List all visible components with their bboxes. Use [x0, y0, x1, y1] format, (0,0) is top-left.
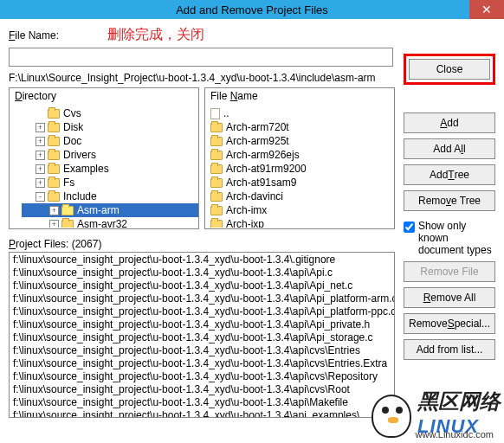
- folder-icon: [48, 164, 60, 174]
- tree-item-asm-arm[interactable]: +Asm-arm: [22, 203, 198, 217]
- folder-icon: [210, 123, 223, 132]
- tree-item-drivers[interactable]: +Drivers: [22, 148, 198, 162]
- tree-item-asm-avr32[interactable]: +Asm-avr32: [22, 217, 198, 228]
- folder-icon: [210, 220, 223, 228]
- file-name-label: File File Name:Name:: [9, 29, 59, 42]
- project-file-row[interactable]: f:\linux\source_insight_project\u-boot-1…: [13, 305, 391, 318]
- file-item[interactable]: Arch-at91rm9200: [209, 162, 391, 176]
- add-button[interactable]: Add: [404, 112, 495, 133]
- file-item[interactable]: Arch-arm720t: [209, 120, 391, 134]
- watermark-url: www.Linuxidc.com: [416, 429, 494, 440]
- tree-item-disk[interactable]: +Disk: [22, 120, 198, 134]
- tree-label: Cvs: [63, 107, 81, 119]
- add-from-list-button[interactable]: Add from list...: [404, 339, 495, 360]
- window-title: Add and Remove Project Files: [176, 3, 328, 16]
- expander-icon[interactable]: +: [36, 164, 45, 174]
- tree-item-examples[interactable]: +Examples: [22, 162, 198, 176]
- file-name-input[interactable]: [9, 48, 393, 67]
- expander-icon[interactable]: -: [36, 192, 45, 202]
- project-file-row[interactable]: f:\linux\source_insight_project\u-boot-1…: [13, 292, 391, 305]
- annotation-text: 删除完成，关闭: [107, 26, 204, 44]
- show-only-known-label: Show only known document types: [418, 220, 495, 256]
- project-file-row[interactable]: f:\linux\source_insight_project\u-boot-1…: [13, 409, 391, 418]
- tree-label: Disk: [63, 121, 83, 133]
- folder-icon: [48, 109, 60, 119]
- project-file-row[interactable]: f:\linux\source_insight_project\u-boot-1…: [13, 396, 391, 409]
- project-file-row[interactable]: f:\linux\source_insight_project\u-boot-1…: [13, 370, 391, 383]
- expander-icon[interactable]: +: [36, 178, 45, 188]
- window-close-button[interactable]: ✕: [469, 0, 504, 19]
- folder-icon: [48, 192, 60, 202]
- show-only-known-checkbox[interactable]: [404, 222, 415, 233]
- tree-label: Doc: [63, 135, 81, 147]
- project-file-row[interactable]: f:\linux\source_insight_project\u-boot-1…: [13, 357, 391, 370]
- project-file-row[interactable]: f:\linux\source_insight_project\u-boot-1…: [13, 383, 391, 396]
- expander-icon[interactable]: +: [36, 123, 45, 132]
- folder-icon: [210, 178, 223, 188]
- file-item[interactable]: Arch-arm925t: [209, 134, 391, 148]
- file-label: Arch-imx: [226, 204, 267, 216]
- folder-icon: [48, 178, 60, 188]
- file-label: Arch-arm926ejs: [226, 149, 300, 161]
- file-label: Arch-at91sam9: [226, 177, 296, 189]
- file-item[interactable]: Arch-arm926ejs: [209, 148, 391, 162]
- remove-special-button[interactable]: Remove Special...: [404, 313, 495, 334]
- project-file-row[interactable]: f:\linux\source_insight_project\u-boot-1…: [13, 318, 391, 331]
- show-only-known-row[interactable]: Show only known document types: [404, 220, 495, 256]
- file-item[interactable]: Arch-davinci: [209, 189, 391, 203]
- remove-all-button[interactable]: Remove All: [404, 287, 495, 308]
- remove-file-button[interactable]: Remove File: [404, 261, 495, 282]
- project-files-list[interactable]: f:\linux\source_insight_project\u-boot-1…: [9, 252, 395, 418]
- directory-tree[interactable]: Cvs+Disk+Doc+Drivers+Examples+Fs-Include…: [10, 105, 198, 228]
- titlebar: Add and Remove Project Files ✕: [0, 0, 504, 19]
- directory-panel: Directory Cvs+Disk+Doc+Drivers+Examples+…: [9, 87, 199, 229]
- folder-icon: [210, 206, 223, 215]
- folder-icon: [48, 137, 60, 146]
- add-tree-button[interactable]: Add Tree: [404, 164, 495, 185]
- expander-icon[interactable]: +: [49, 206, 59, 215]
- file-label: Arch-arm720t: [226, 121, 289, 133]
- tree-item-include[interactable]: -Include: [22, 189, 198, 203]
- project-file-row[interactable]: f:\linux\source_insight_project\u-boot-1…: [13, 331, 391, 344]
- file-item[interactable]: ..: [209, 106, 391, 120]
- file-item[interactable]: Arch-at91sam9: [209, 176, 391, 189]
- expander-icon[interactable]: [36, 109, 45, 119]
- project-file-row[interactable]: f:\linux\source_insight_project\u-boot-1…: [13, 344, 391, 357]
- expander-icon[interactable]: +: [36, 151, 45, 160]
- tree-item-fs[interactable]: +Fs: [22, 176, 198, 189]
- folder-icon: [48, 151, 60, 160]
- tree-item-doc[interactable]: +Doc: [22, 134, 198, 148]
- remove-tree-button[interactable]: Remove Tree: [404, 190, 495, 211]
- add-all-button[interactable]: Add All: [404, 138, 495, 159]
- folder-icon: [61, 220, 74, 228]
- folder-icon: [210, 164, 223, 174]
- tree-label: Fs: [63, 177, 74, 189]
- tree-item-cvs[interactable]: Cvs: [22, 106, 198, 120]
- folder-icon: [210, 137, 223, 146]
- tree-label: Asm-arm: [77, 204, 120, 216]
- file-label: Arch-ixp: [226, 218, 264, 228]
- project-file-row[interactable]: f:\linux\source_insight_project\u-boot-1…: [13, 266, 391, 279]
- file-item[interactable]: Arch-imx: [209, 203, 391, 217]
- up-icon: [210, 108, 220, 119]
- project-file-row[interactable]: f:\linux\source_insight_project\u-boot-1…: [13, 254, 391, 266]
- tree-label: Include: [63, 190, 97, 202]
- expander-icon[interactable]: +: [49, 220, 59, 228]
- file-label: Arch-arm925t: [226, 135, 289, 147]
- expander-icon[interactable]: +: [36, 137, 45, 146]
- filename-header: File Name: [205, 88, 394, 105]
- file-label: Arch-at91rm9200: [226, 163, 307, 175]
- folder-icon: [210, 192, 223, 202]
- file-label: ..: [223, 107, 229, 119]
- project-file-row[interactable]: f:\linux\source_insight_project\u-boot-1…: [13, 279, 391, 292]
- tree-label: Drivers: [63, 149, 96, 161]
- close-highlight-box: Close: [404, 54, 495, 85]
- file-item[interactable]: Arch-ixp: [209, 217, 391, 228]
- file-label: Arch-davinci: [226, 190, 283, 202]
- folder-icon: [48, 123, 60, 132]
- tree-label: Examples: [63, 163, 109, 175]
- tree-label: Asm-avr32: [77, 218, 127, 228]
- file-list[interactable]: ..Arch-arm720tArch-arm925tArch-arm926ejs…: [205, 105, 394, 228]
- close-button[interactable]: Close: [409, 59, 490, 80]
- folder-icon: [210, 151, 223, 160]
